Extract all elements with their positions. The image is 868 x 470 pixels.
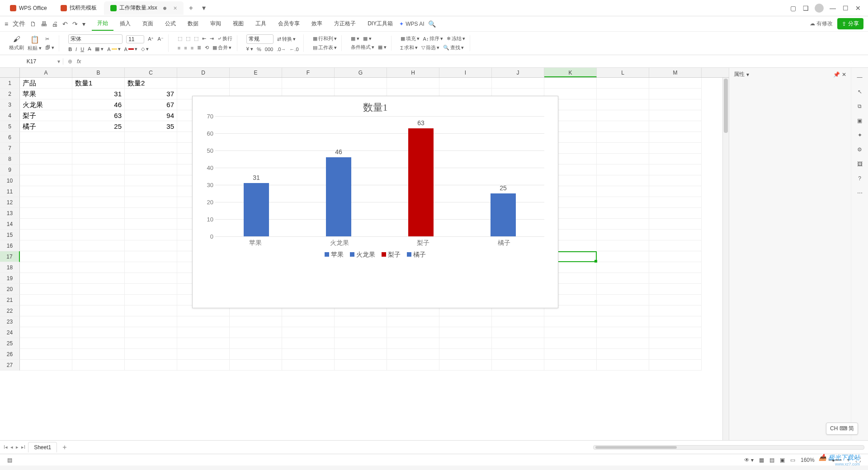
cell[interactable] [649, 132, 702, 143]
cell[interactable] [649, 143, 702, 154]
cell[interactable] [125, 197, 177, 208]
row-header[interactable]: 8 [0, 154, 20, 164]
close-icon[interactable]: ✕ [842, 71, 846, 78]
indent-inc-button[interactable]: ⇥ [210, 36, 214, 42]
cell[interactable] [125, 349, 177, 360]
row-header[interactable]: 4 [0, 110, 20, 121]
dec-inc-button[interactable]: .0→ [277, 47, 286, 52]
col-header[interactable]: I [439, 68, 492, 77]
row-header[interactable]: 16 [0, 240, 20, 251]
cell[interactable] [597, 89, 649, 99]
row-col-button[interactable]: ▦ 行和列 ▾ [313, 35, 337, 42]
cell[interactable] [282, 316, 335, 327]
cell[interactable] [649, 219, 702, 230]
cell[interactable] [20, 273, 72, 284]
horizontal-scrollbar[interactable] [593, 445, 864, 450]
col-header[interactable]: J [492, 68, 544, 77]
reading-view-icon[interactable]: ▭ [788, 457, 798, 463]
row-header[interactable]: 20 [0, 284, 20, 295]
cell[interactable] [125, 273, 177, 284]
cell[interactable] [649, 360, 702, 371]
font-color-button[interactable]: A ▾ [124, 46, 137, 52]
hamburger-icon[interactable]: ≡ [5, 20, 8, 28]
tab-member[interactable]: 会员专享 [273, 17, 305, 30]
cell[interactable] [492, 316, 544, 327]
eye-icon[interactable]: 👁 ▾ [741, 457, 756, 463]
cube-icon[interactable]: ❑ [799, 5, 812, 12]
cell[interactable] [72, 295, 125, 306]
cell[interactable] [597, 240, 649, 251]
scroll-thumb[interactable] [595, 446, 677, 449]
cell[interactable] [649, 186, 702, 197]
cell[interactable] [20, 175, 72, 186]
cell[interactable] [72, 154, 125, 164]
cell[interactable] [649, 99, 702, 110]
cell[interactable] [387, 316, 439, 327]
filter-button[interactable]: ▽ 筛选 ▾ [421, 44, 439, 51]
cell[interactable] [72, 230, 125, 240]
cell[interactable] [282, 349, 335, 360]
cell[interactable] [72, 143, 125, 154]
cell[interactable] [649, 240, 702, 251]
cell[interactable] [72, 262, 125, 273]
cell[interactable] [649, 262, 702, 273]
cell[interactable] [177, 327, 230, 338]
cell[interactable]: 35 [125, 121, 177, 132]
cell[interactable] [230, 316, 282, 327]
cell[interactable]: 94 [125, 110, 177, 121]
delete-cell-button[interactable]: ▦ ▾ [363, 36, 372, 42]
cell[interactable] [282, 360, 335, 371]
undo-icon[interactable]: ↶ [62, 20, 68, 28]
convert-button[interactable]: ⇄ 转换 ▾ [277, 36, 296, 42]
tab-efficiency[interactable]: 效率 [306, 17, 328, 30]
tab-data[interactable]: 数据 [182, 17, 204, 30]
search-icon[interactable]: 🔍 [428, 20, 436, 28]
cell[interactable] [125, 316, 177, 327]
app-tab-template[interactable]: 找稻壳模板 [54, 1, 103, 15]
cell[interactable] [20, 306, 72, 316]
col-header[interactable]: G [335, 68, 387, 77]
cell[interactable] [72, 208, 125, 219]
col-header[interactable]: B [72, 68, 125, 77]
orientation-button[interactable]: ⟲ [205, 45, 209, 51]
cell[interactable] [177, 338, 230, 349]
window-restore-icon[interactable]: ▢ [787, 5, 799, 12]
vertical-scrollbar[interactable] [722, 78, 729, 440]
cell[interactable] [20, 338, 72, 349]
ime-indicator[interactable]: CH ⌨ 简 [826, 423, 858, 435]
cell[interactable] [282, 78, 335, 89]
cell[interactable] [649, 89, 702, 99]
cell[interactable] [125, 284, 177, 295]
cell[interactable] [544, 349, 597, 360]
cell[interactable] [649, 338, 702, 349]
cell[interactable]: 梨子 [20, 110, 72, 121]
cell[interactable] [20, 327, 72, 338]
tab-home[interactable]: 开始 [92, 17, 113, 31]
bar[interactable] [326, 157, 351, 236]
cell[interactable] [649, 230, 702, 240]
cell[interactable]: 火龙果 [20, 99, 72, 110]
tab-insert[interactable]: 插入 [114, 17, 136, 30]
row-header[interactable]: 19 [0, 273, 20, 284]
cell[interactable] [20, 154, 72, 164]
cell[interactable] [20, 284, 72, 295]
cell[interactable] [544, 78, 597, 89]
file-menu[interactable]: 文件 [13, 20, 25, 28]
print-preview-icon[interactable]: 🖨 [52, 20, 58, 28]
indent-dec-button[interactable]: ⇤ [202, 36, 206, 42]
cell[interactable] [649, 154, 702, 164]
cell[interactable] [20, 208, 72, 219]
cell[interactable] [597, 230, 649, 240]
cut-button[interactable]: ✂ [45, 36, 54, 42]
minimize-button[interactable]: — [826, 5, 839, 12]
cell[interactable] [597, 164, 649, 175]
cell[interactable] [125, 295, 177, 306]
row-header[interactable]: 27 [0, 360, 20, 371]
cell[interactable] [597, 219, 649, 230]
align-right-button[interactable]: ≡ [191, 45, 193, 51]
cell[interactable] [597, 338, 649, 349]
cell[interactable] [544, 338, 597, 349]
cell[interactable] [649, 251, 702, 262]
tab-formula[interactable]: 公式 [160, 17, 181, 30]
row-header[interactable]: 26 [0, 349, 20, 360]
